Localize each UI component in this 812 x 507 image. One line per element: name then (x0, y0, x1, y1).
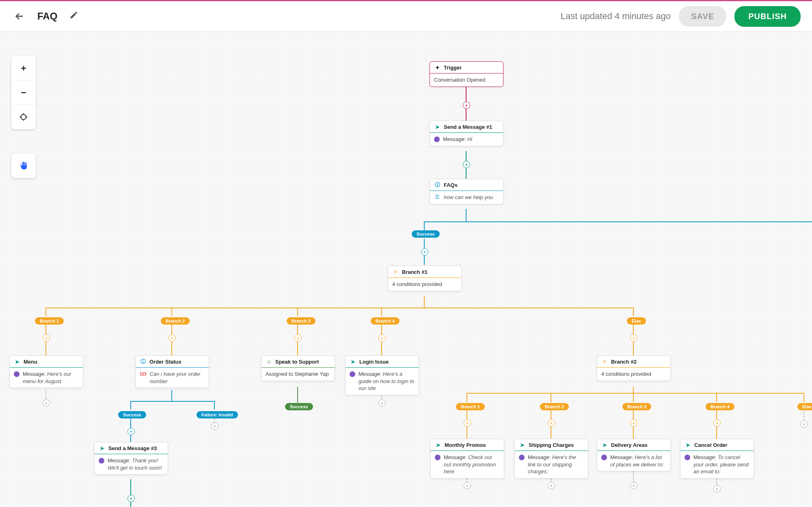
plus-icon (19, 64, 28, 72)
pan-tool-group (11, 154, 36, 178)
crosshair-icon (19, 113, 28, 121)
node-body: Message: Here's a list of places we deli… (610, 454, 666, 468)
node-title: FAQs (444, 182, 458, 188)
add-node-else[interactable]: + (630, 334, 637, 342)
header-left: FAQ (11, 10, 81, 22)
node-title: Login Issue (359, 359, 389, 365)
node-body: Message: Hi (443, 136, 472, 143)
minus-icon (19, 89, 28, 97)
add-node-after-send1[interactable]: + (463, 161, 470, 168)
message-type-icon (685, 455, 690, 460)
add-node-after-delivery[interactable]: + (630, 482, 637, 489)
add-node-after-trigger[interactable]: + (463, 102, 470, 109)
last-updated-text: Last updated 4 minutes ago (561, 11, 671, 22)
add-node-order-success[interactable]: + (127, 428, 135, 435)
page-title: FAQ (37, 11, 57, 22)
add-node-after-cancel[interactable]: + (713, 485, 721, 492)
node-body: Message: To cancel your order, please se… (693, 454, 749, 475)
pill-b2-branch-4: Branch 4 (706, 403, 734, 410)
pill-branch-2: Branch 2 (161, 317, 190, 325)
node-body: Message: Check out out monthly promotion… (444, 454, 500, 475)
add-node-b2-3[interactable]: + (630, 419, 637, 427)
node-title: Send a Message #1 (444, 124, 492, 130)
node-delivery-areas[interactable]: ➤Delivery Areas Message: Here's a list o… (597, 439, 671, 471)
add-node-after-send3[interactable]: + (127, 495, 135, 502)
zoom-out-button[interactable] (11, 80, 36, 105)
node-title: Speak to Support (275, 359, 319, 365)
pill-success-3: Success (285, 403, 313, 410)
node-title: Delivery Areas (611, 442, 648, 448)
add-node-b2-2[interactable]: + (548, 419, 555, 427)
pill-b2-branch-3: Branch 3 (622, 403, 651, 410)
node-cancel-order[interactable]: ➤Cancel Order Message: To cancel your or… (680, 439, 754, 479)
send-icon: ➤ (601, 442, 608, 448)
workflow-canvas[interactable]: ✦Trigger Conversation Opened ➤Send a Mes… (0, 32, 812, 507)
node-branch-2[interactable]: ⑂Branch #2 4 conditions provided (597, 355, 671, 381)
add-node-b2-4[interactable]: + (713, 419, 721, 427)
pill-b2-branch-2: Branch 2 (540, 403, 569, 410)
add-node-branch1[interactable]: + (43, 334, 50, 342)
add-node-branch4[interactable]: + (378, 334, 386, 342)
send-icon: ➤ (434, 124, 441, 130)
node-title: Trigger (444, 65, 462, 71)
node-monthly-promos[interactable]: ➤Monthly Promos Message: Check out out m… (430, 439, 504, 479)
back-button[interactable] (11, 10, 28, 22)
pill-else: Else (627, 317, 646, 325)
add-node-after-login[interactable]: + (378, 399, 386, 407)
pill-branch-4: Branch 4 (371, 317, 400, 325)
pill-b2-branch-1: Branch 1 (456, 403, 485, 410)
node-title: Order Status (149, 359, 181, 365)
node-title: Send a Message #3 (108, 445, 157, 451)
number-icon: 123 (140, 371, 147, 377)
node-send-message-1[interactable]: ➤Send a Message #1 Message: Hi (430, 121, 503, 146)
node-login-issue[interactable]: ➤Login Issue Message: Here's a guide on … (345, 355, 419, 395)
svg-point-0 (21, 115, 26, 120)
add-node-after-promos[interactable]: + (464, 482, 471, 489)
node-body: Assigned to Stephanie Yap (266, 370, 329, 378)
branch-icon: ⑂ (392, 269, 399, 275)
node-title: Branch #1 (402, 269, 428, 275)
node-title: Branch #2 (611, 359, 637, 365)
save-button[interactable]: SAVE (679, 6, 726, 27)
pill-b2-else: Else (797, 403, 812, 410)
edit-title-button[interactable] (67, 10, 81, 22)
user-icon: ☺ (266, 358, 272, 365)
add-node-after-faqs[interactable]: + (421, 248, 428, 256)
arrow-left-icon (14, 11, 25, 22)
node-faqs[interactable]: ⓘFAQs ☰how can we help you (430, 179, 503, 204)
node-trigger[interactable]: ✦Trigger Conversation Opened (430, 61, 503, 87)
node-body: Message: Here's a guide on how to login … (358, 370, 415, 392)
add-node-b2-else[interactable]: + (801, 420, 808, 428)
message-type-icon (434, 136, 440, 142)
add-node-after-shipping[interactable]: + (548, 482, 555, 489)
pencil-icon (69, 11, 78, 20)
pill-success-2: Success (118, 411, 146, 418)
node-speak-to-support[interactable]: ☺Speak to Support Assigned to Stephanie … (261, 355, 335, 381)
pill-branch-3: Branch 3 (287, 317, 315, 325)
node-branch-1[interactable]: ⑂Branch #1 4 conditions provided (388, 266, 462, 291)
add-node-after-menu[interactable]: + (43, 399, 50, 407)
recenter-button[interactable] (11, 105, 36, 129)
add-node-branch2[interactable]: + (168, 334, 176, 342)
node-send-message-3[interactable]: ➤Send a Message #3 Message: Thank you! W… (94, 442, 168, 474)
message-type-icon (601, 455, 607, 460)
pan-button[interactable] (11, 154, 36, 178)
header-right: Last updated 4 minutes ago SAVE PUBLISH (561, 6, 801, 27)
send-icon: ➤ (14, 358, 20, 365)
add-node-b2-1[interactable]: + (464, 419, 471, 427)
add-node-order-failure[interactable]: + (211, 422, 218, 430)
node-body: Conversation Opened (434, 76, 485, 84)
branch-icon: ⑂ (601, 358, 608, 365)
node-order-status[interactable]: ⓘOrder Status 123Can i have your order n… (135, 355, 209, 388)
message-type-icon (519, 455, 525, 460)
publish-button[interactable]: PUBLISH (734, 6, 801, 27)
add-node-branch3[interactable]: + (294, 334, 302, 342)
node-menu[interactable]: ➤Menu Message: Here's our menu for Augus… (9, 355, 83, 388)
node-body: Message: Here's our menu for August (23, 370, 79, 385)
send-icon: ➤ (519, 442, 525, 448)
zoom-in-button[interactable] (11, 56, 36, 80)
message-type-icon (350, 371, 355, 377)
node-shipping-charges[interactable]: ➤Shipping Charges Message: Here's the li… (514, 439, 588, 479)
pill-success: Success (412, 230, 440, 238)
message-type-icon (435, 455, 441, 460)
